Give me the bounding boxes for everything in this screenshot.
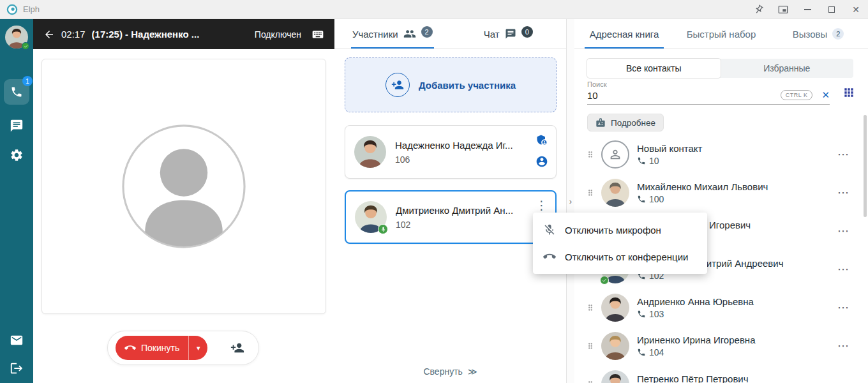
sidebar-item-mail[interactable]	[10, 333, 24, 347]
tab-calls-label: Вызовы	[793, 29, 828, 40]
conference-side-panel: Участники 2 Чат 0 Добавить участника Над…	[334, 19, 567, 383]
drag-handle-icon[interactable]	[586, 187, 595, 199]
contact-number: 10	[649, 156, 659, 166]
tab-address-book-label: Адресная книга	[590, 29, 659, 40]
clear-search-button[interactable]: ✕	[821, 89, 830, 101]
mail-icon	[10, 333, 24, 347]
phone-icon	[10, 86, 23, 98]
participant-avatar	[354, 136, 386, 168]
back-button[interactable]	[43, 29, 55, 40]
contact-card-icon	[595, 117, 606, 128]
user-online-badge	[22, 42, 29, 50]
dtmf-keypad-button[interactable]	[311, 28, 324, 41]
scrollbar-thumb[interactable]	[864, 115, 867, 217]
call-header: 02:17 (17:25) - Надежненко ... Подключен	[33, 19, 334, 49]
participant-card[interactable]: Надежненко Надежда Иг... 106	[345, 125, 557, 179]
person-add-circle-icon	[385, 73, 410, 97]
contact-avatar	[601, 179, 629, 207]
contact-avatar	[601, 294, 629, 322]
maximize-button[interactable]	[826, 4, 837, 15]
logout-icon	[10, 361, 24, 375]
tab-address-book[interactable]: Адресная книга	[576, 19, 673, 49]
menu-item-disconnect[interactable]: Отключить от конференции	[533, 243, 707, 270]
contact-row[interactable]: Петренко Пётр Петрович ⋯	[574, 365, 868, 383]
close-button[interactable]: ✕	[850, 4, 862, 15]
contact-menu-button[interactable]: ⋯	[835, 299, 851, 316]
participant-menu-button[interactable]: ⋮	[533, 197, 550, 214]
chat-count-badge: 0	[521, 26, 533, 38]
app-title: Elph	[23, 4, 40, 14]
app-logo-icon	[6, 4, 18, 15]
contact-menu-button[interactable]: ⋯	[835, 223, 851, 239]
tab-speed-dial[interactable]: Быстрый набор	[673, 19, 770, 49]
people-icon	[403, 27, 416, 40]
sidebar-item-logout[interactable]	[10, 361, 24, 375]
address-book-tabs: Адресная книга Быстрый набор Вызовы 2	[574, 19, 868, 49]
remote-video-area	[41, 59, 326, 314]
phone-icon	[637, 156, 646, 165]
mic-on-badge	[378, 224, 388, 234]
minimize-button[interactable]	[802, 4, 813, 15]
phone-icon	[637, 195, 646, 204]
filter-all-contacts[interactable]: Все контакты	[587, 59, 721, 78]
contact-menu-button[interactable]: ⋯	[835, 261, 851, 278]
avatar-placeholder	[121, 124, 246, 249]
details-button[interactable]: Подробнее	[587, 114, 664, 131]
call-end-icon	[124, 342, 136, 354]
leave-call-options-button[interactable]: ▾	[188, 336, 207, 360]
expand-chevron-icon[interactable]: ›	[569, 197, 572, 206]
participant-avatar	[355, 201, 387, 233]
contact-row[interactable]: Андриенко Анна Юрьевна 103 ⋯	[574, 289, 868, 327]
contact-row[interactable]: Ириненко Ирина Игоревна 104 ⋯	[574, 327, 868, 365]
maximize-icon	[828, 6, 835, 13]
contact-avatar	[601, 332, 629, 360]
sidebar-item-settings[interactable]	[10, 148, 24, 162]
phone-icon	[637, 310, 646, 319]
contact-row[interactable]: Новый контакт 10 ⋯	[574, 135, 868, 174]
active-call-panel: 02:17 (17:25) - Надежненко ... Подключен…	[33, 19, 334, 383]
contact-menu-button[interactable]: ⋯	[835, 184, 851, 201]
compact-view-button[interactable]	[777, 4, 789, 15]
search-input[interactable]: Поиск 10 CTRL K ✕	[587, 80, 830, 105]
chat-bubble-icon	[505, 28, 516, 40]
add-participant-dropzone[interactable]: Добавить участника	[345, 57, 557, 112]
participant-context-menu: Отключить микрофон Отключить от конферен…	[533, 213, 707, 274]
leave-call-button[interactable]: Покинуть	[116, 336, 188, 360]
contact-number: 100	[649, 194, 664, 204]
menu-item-mute[interactable]: Отключить микрофон	[533, 216, 707, 243]
participant-number: 102	[396, 220, 513, 230]
participant-name: Дмитриенко Дмитрий Ан...	[396, 205, 513, 216]
participant-card-selected[interactable]: Дмитриенко Дмитрий Ан... 102 ⋮	[345, 190, 557, 244]
add-participant-button[interactable]	[230, 341, 244, 355]
contact-menu-button[interactable]: ⋯	[835, 146, 851, 163]
drag-handle-icon[interactable]	[586, 340, 595, 352]
shortcut-chip: CTRL K	[781, 90, 813, 100]
apps-grid-icon	[842, 86, 855, 99]
account-circle-icon[interactable]	[535, 155, 548, 168]
drag-handle-icon[interactable]	[586, 149, 595, 160]
panel-divider: ›	[567, 19, 574, 383]
sidebar-item-calls[interactable]: 1	[4, 79, 29, 105]
drag-handle-icon[interactable]	[586, 302, 595, 313]
menu-item-mute-label: Отключить микрофон	[565, 225, 661, 236]
contact-placeholder-avatar	[601, 140, 629, 169]
moderator-shield-icon[interactable]	[535, 133, 548, 146]
contact-menu-button[interactable]: ⋯	[835, 376, 851, 383]
drag-handle-icon[interactable]	[586, 379, 595, 383]
filter-favorites[interactable]: Избранные	[721, 59, 854, 78]
pin-window-button[interactable]	[751, 1, 767, 17]
user-avatar[interactable]	[5, 26, 28, 49]
participant-name: Надежненко Надежда Иг...	[395, 140, 513, 151]
collapse-panel-link[interactable]: Свернуть ≫	[334, 366, 566, 377]
tab-participants[interactable]: Участники 2	[334, 19, 451, 49]
menu-item-disconnect-label: Отключить от конференции	[565, 252, 688, 262]
sidebar-item-messages[interactable]	[10, 119, 24, 133]
tab-chat[interactable]: Чат 0	[451, 19, 567, 49]
online-badge	[600, 276, 609, 285]
contact-row[interactable]: Михайленко Михаил Львович 100 ⋯	[574, 174, 868, 212]
tab-calls[interactable]: Вызовы 2	[770, 19, 867, 49]
contact-menu-button[interactable]: ⋯	[835, 338, 851, 354]
dialpad-grid-button[interactable]	[842, 86, 855, 99]
call-controls-bar: Покинуть ▾	[107, 331, 259, 365]
double-chevron-icon: ≫	[468, 366, 477, 377]
